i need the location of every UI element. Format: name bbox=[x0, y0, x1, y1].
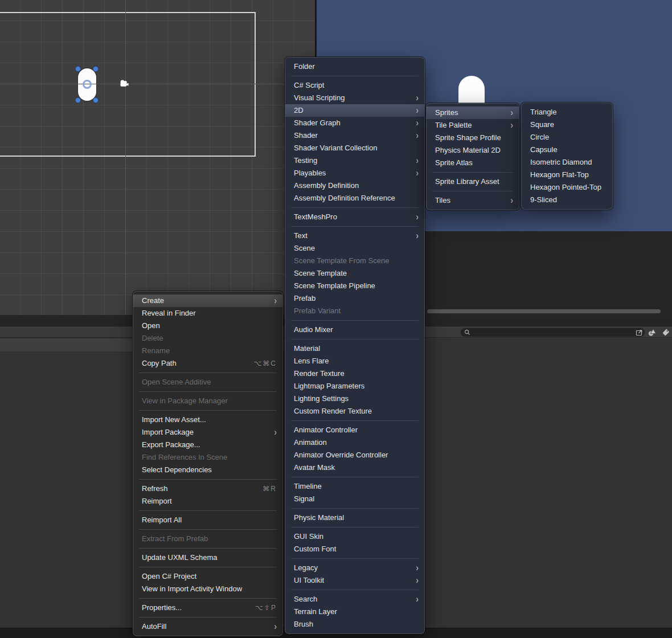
menu-item-view-in-package-manager: View in Package Manager bbox=[133, 395, 282, 407]
submenu-arrow-icon: › bbox=[274, 295, 276, 306]
menu-item-label: Sprites bbox=[435, 107, 505, 119]
menu-item-autofill[interactable]: AutoFill› bbox=[133, 620, 282, 633]
menu-item-label: Prefab bbox=[294, 292, 419, 305]
menu-item-open[interactable]: Open bbox=[133, 320, 282, 332]
menu-item-animator-controller[interactable]: Animator Controller bbox=[285, 424, 424, 436]
menu-item-reveal-in-finder[interactable]: Reveal in Finder bbox=[133, 307, 282, 320]
menu-item-physic-material[interactable]: Physic Material bbox=[285, 512, 424, 524]
submenu-arrow-icon: › bbox=[416, 130, 418, 141]
menu-item-shader[interactable]: Shader› bbox=[285, 129, 424, 142]
menu-item-sprite-shape-profile[interactable]: Sprite Shape Profile bbox=[427, 132, 519, 144]
menu-item-lighting-settings[interactable]: Lighting Settings bbox=[285, 392, 424, 405]
menu-item-label: Scene bbox=[294, 242, 419, 255]
menu-item-visual-scripting[interactable]: Visual Scripting› bbox=[285, 92, 424, 104]
menu-item-material[interactable]: Material bbox=[285, 342, 424, 355]
sprites-submenu: TriangleSquareCircleCapsuleIsometric Dia… bbox=[521, 103, 613, 210]
filter-by-label-icon[interactable] bbox=[661, 327, 671, 337]
menu-item-animator-override-controller[interactable]: Animator Override Controller bbox=[285, 449, 424, 461]
menu-item-physics-material-2d[interactable]: Physics Material 2D bbox=[427, 144, 519, 157]
menu-item-ui-toolkit[interactable]: UI Toolkit› bbox=[285, 574, 424, 587]
filter-by-type-icon[interactable] bbox=[647, 327, 657, 337]
menu-item-text[interactable]: Text› bbox=[285, 230, 424, 242]
menu-item-timeline[interactable]: Timeline bbox=[285, 480, 424, 493]
menu-item-scene-template[interactable]: Scene Template bbox=[285, 267, 424, 280]
menu-item-assembly-definition[interactable]: Assembly Definition bbox=[285, 179, 424, 192]
menu-item-properties[interactable]: Properties...⌥⇧P bbox=[133, 602, 282, 614]
menu-item-terrain-layer[interactable]: Terrain Layer bbox=[285, 606, 424, 618]
menu-item-capsule[interactable]: Capsule bbox=[522, 144, 612, 156]
menu-item-c-script[interactable]: C# Script bbox=[285, 79, 424, 92]
menu-item-sprite-atlas[interactable]: Sprite Atlas bbox=[427, 157, 519, 169]
menu-item-search[interactable]: Search› bbox=[285, 593, 424, 606]
menu-item-isometric-diamond[interactable]: Isometric Diamond bbox=[522, 156, 612, 169]
menu-item-brush[interactable]: Brush bbox=[285, 618, 424, 631]
menu-item-folder[interactable]: Folder bbox=[285, 60, 424, 73]
menu-item-gui-skin[interactable]: GUI Skin bbox=[285, 530, 424, 543]
menu-item-textmeshpro[interactable]: TextMeshPro› bbox=[285, 211, 424, 223]
menu-item-export-package[interactable]: Export Package... bbox=[133, 439, 282, 451]
menu-item-assembly-definition-reference[interactable]: Assembly Definition Reference bbox=[285, 192, 424, 205]
menu-item-testing[interactable]: Testing› bbox=[285, 154, 424, 167]
menu-item-find-references-in-scene: Find References In Scene bbox=[133, 451, 282, 464]
menu-item-shader-graph[interactable]: Shader Graph› bbox=[285, 117, 424, 129]
menu-item-reimport[interactable]: Reimport bbox=[133, 495, 282, 508]
menu-item-tiles[interactable]: Tiles› bbox=[427, 194, 519, 207]
menu-item-custom-render-texture[interactable]: Custom Render Texture bbox=[285, 405, 424, 418]
menu-item-triangle[interactable]: Triangle bbox=[522, 106, 612, 118]
menu-item-hexagon-pointed-top[interactable]: Hexagon Pointed-Top bbox=[522, 181, 612, 194]
menu-item-label: Find References In Scene bbox=[142, 451, 277, 464]
menu-item-tile-palette[interactable]: Tile Palette› bbox=[427, 119, 519, 132]
menu-item-square[interactable]: Square bbox=[522, 118, 612, 131]
menu-item-playables[interactable]: Playables› bbox=[285, 167, 424, 179]
selection-handle-top-left[interactable] bbox=[75, 66, 81, 72]
menu-item-circle[interactable]: Circle bbox=[522, 131, 612, 144]
menu-item-render-texture[interactable]: Render Texture bbox=[285, 367, 424, 380]
menu-item-lightmap-parameters[interactable]: Lightmap Parameters bbox=[285, 380, 424, 392]
open-in-window-icon[interactable] bbox=[636, 329, 643, 336]
menu-item-label: Custom Font bbox=[294, 543, 419, 555]
menu-item-avatar-mask[interactable]: Avatar Mask bbox=[285, 461, 424, 474]
camera-gizmo-icon[interactable] bbox=[118, 79, 130, 91]
menu-item-scene-template-pipeline[interactable]: Scene Template Pipeline bbox=[285, 280, 424, 292]
menu-item-view-in-import-activity-window[interactable]: View in Import Activity Window bbox=[133, 583, 282, 595]
menu-item-animation[interactable]: Animation bbox=[285, 436, 424, 449]
menu-item-label: Scene Template bbox=[294, 267, 419, 280]
project-search-input[interactable] bbox=[470, 329, 636, 336]
submenu-arrow-icon: › bbox=[416, 155, 418, 166]
menu-item-reimport-all[interactable]: Reimport All bbox=[133, 514, 282, 526]
menu-item-custom-font[interactable]: Custom Font bbox=[285, 543, 424, 555]
project-search-field[interactable] bbox=[460, 328, 645, 337]
menu-item-label: AutoFill bbox=[142, 620, 268, 633]
menu-item-open-c-project[interactable]: Open C# Project bbox=[133, 570, 282, 583]
selection-handle-bottom-left[interactable] bbox=[75, 97, 81, 103]
menu-item-copy-path[interactable]: Copy Path⌥⌘C bbox=[133, 357, 282, 370]
menu-separator bbox=[139, 598, 277, 599]
menu-item-label: Physic Material bbox=[294, 512, 419, 524]
menu-item-update-uxml-schema[interactable]: Update UXML Schema bbox=[133, 551, 282, 564]
menu-item-create[interactable]: Create› bbox=[133, 295, 282, 307]
menu-item-sprites[interactable]: Sprites› bbox=[427, 107, 519, 119]
menu-item-lens-flare[interactable]: Lens Flare bbox=[285, 355, 424, 367]
horizontal-scrollbar[interactable] bbox=[427, 309, 661, 313]
scene-view[interactable] bbox=[0, 0, 315, 315]
menu-item-hexagon-flat-top[interactable]: Hexagon Flat-Top bbox=[522, 169, 612, 181]
menu-item-prefab[interactable]: Prefab bbox=[285, 292, 424, 305]
menu-item-legacy[interactable]: Legacy› bbox=[285, 562, 424, 574]
menu-item-sprite-library-asset[interactable]: Sprite Library Asset bbox=[427, 175, 519, 188]
submenu-arrow-icon: › bbox=[416, 230, 418, 242]
menu-item-signal[interactable]: Signal bbox=[285, 493, 424, 505]
sprite-pivot-ring[interactable] bbox=[83, 80, 92, 89]
menu-item-label: Render Texture bbox=[294, 367, 419, 380]
menu-item-9-sliced[interactable]: 9-Sliced bbox=[522, 194, 612, 206]
menu-item-audio-mixer[interactable]: Audio Mixer bbox=[285, 324, 424, 336]
menu-item-label: Update UXML Schema bbox=[142, 551, 277, 564]
selection-handle-top-right[interactable] bbox=[93, 66, 99, 72]
menu-item-scene[interactable]: Scene bbox=[285, 242, 424, 255]
menu-item-import-new-asset[interactable]: Import New Asset... bbox=[133, 414, 282, 426]
selection-handle-bottom-right[interactable] bbox=[93, 97, 99, 103]
menu-item-import-package[interactable]: Import Package› bbox=[133, 426, 282, 439]
menu-item-shader-variant-collection[interactable]: Shader Variant Collection bbox=[285, 142, 424, 154]
menu-item-select-dependencies[interactable]: Select Dependencies bbox=[133, 464, 282, 476]
menu-item-2d[interactable]: 2D› bbox=[285, 104, 424, 117]
menu-item-refresh[interactable]: Refresh⌘R bbox=[133, 482, 282, 495]
